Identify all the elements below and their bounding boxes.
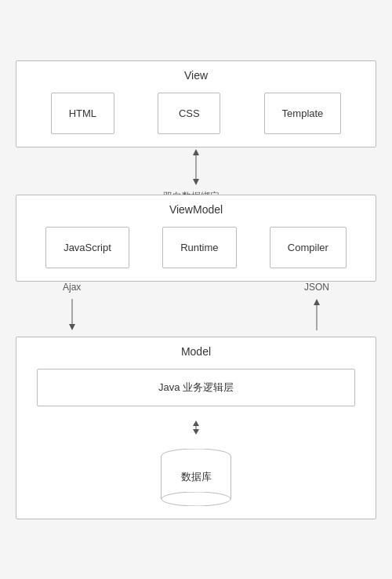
view-viewmodel-arrow-section: 双向数据绑定。 <box>16 147 376 195</box>
view-viewmodel-arrow <box>188 147 204 187</box>
ajax-arrow <box>64 297 80 330</box>
template-box: Template <box>264 93 342 134</box>
architecture-diagram: View HTML CSS Template 双向数据绑定。 ViewModel… <box>16 45 376 535</box>
ajax-json-arrows: Ajax JSON <box>16 282 376 337</box>
svg-marker-0 <box>193 149 199 155</box>
viewmodel-items: JavaScript Runtime Compiler <box>29 227 363 268</box>
css-box: CSS <box>158 93 220 134</box>
json-label: JSON <box>304 282 329 293</box>
db-label: 数据库 <box>181 470 212 484</box>
svg-marker-9 <box>193 429 199 435</box>
java-box: Java 业务逻辑层 <box>37 369 355 406</box>
json-arrow-col: JSON <box>304 282 329 337</box>
svg-marker-7 <box>193 421 199 426</box>
svg-marker-5 <box>314 299 320 305</box>
view-layer: View HTML CSS Template <box>16 60 376 147</box>
html-box: HTML <box>51 93 114 134</box>
ajax-label: Ajax <box>63 282 81 293</box>
model-inner: Java 业务逻辑层 <box>29 369 363 506</box>
model-title: Model <box>29 345 363 358</box>
model-layer: Model Java 业务逻辑层 <box>16 337 376 519</box>
svg-point-11 <box>162 492 230 506</box>
svg-marker-2 <box>193 179 199 185</box>
db-bottom-ellipse <box>161 492 231 506</box>
view-items: HTML CSS Template <box>29 93 363 134</box>
database-cylinder: 数据库 <box>161 449 231 506</box>
ajax-arrow-col: Ajax <box>63 282 81 337</box>
svg-marker-4 <box>69 324 75 330</box>
json-arrow <box>309 297 325 330</box>
viewmodel-layer: ViewModel JavaScript Runtime Compiler <box>16 195 376 282</box>
runtime-box: Runtime <box>162 227 236 268</box>
viewmodel-title: ViewModel <box>29 203 363 216</box>
javascript-box: JavaScript <box>45 227 129 268</box>
view-title: View <box>29 69 363 82</box>
java-db-arrow <box>188 419 204 436</box>
compiler-box: Compiler <box>270 227 347 268</box>
